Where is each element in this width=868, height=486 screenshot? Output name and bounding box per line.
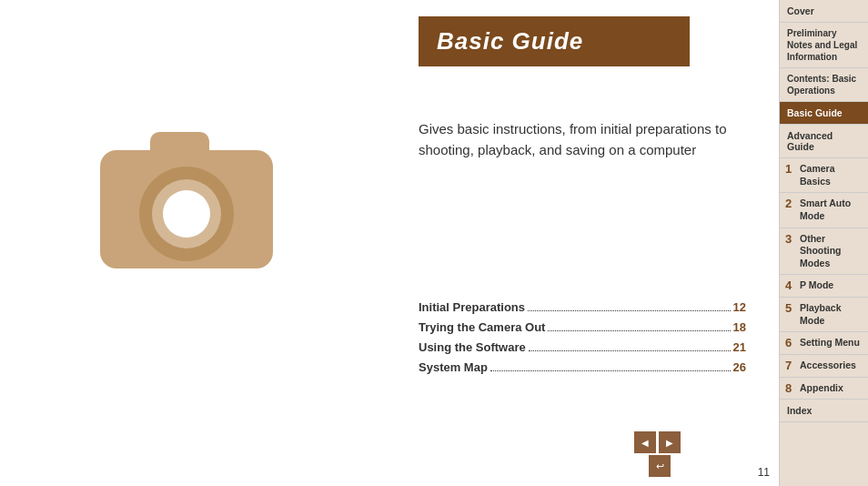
sidebar-item-cover[interactable]: Cover bbox=[780, 0, 868, 23]
sidebar-item-index[interactable]: Index bbox=[780, 400, 868, 422]
sidebar-item-p-mode[interactable]: 4 P Mode bbox=[780, 275, 868, 298]
sidebar-item-smart-auto[interactable]: 2 Smart Auto Mode bbox=[780, 193, 868, 228]
sidebar-item-contents[interactable]: Contents: Basic Operations bbox=[780, 68, 868, 102]
toc-item-4[interactable]: System Map 26 bbox=[419, 360, 746, 374]
svg-point-4 bbox=[163, 190, 210, 238]
home-button[interactable]: ↩ bbox=[649, 455, 671, 477]
svg-rect-1 bbox=[150, 132, 209, 161]
sidebar-item-other-shooting[interactable]: 3 Other Shooting Modes bbox=[780, 228, 868, 276]
toc-item-2[interactable]: Trying the Camera Out 18 bbox=[419, 320, 746, 334]
page-number: 11 bbox=[758, 466, 770, 479]
camera-icon bbox=[91, 109, 282, 281]
description-text: Gives basic instructions, from initial p… bbox=[419, 118, 746, 161]
sidebar-item-playback[interactable]: 5 Playback Mode bbox=[780, 298, 868, 332]
next-button[interactable]: ▶ bbox=[659, 431, 681, 453]
toc-item-1[interactable]: Initial Preparations 12 bbox=[419, 300, 746, 314]
page-title: Basic Guide bbox=[437, 27, 671, 56]
table-of-contents: Initial Preparations 12 Trying the Camer… bbox=[419, 300, 746, 380]
sidebar: Cover Preliminary Notes and Legal Inform… bbox=[779, 0, 868, 486]
sidebar-item-camera-basics[interactable]: 1 Camera Basics bbox=[780, 158, 868, 193]
sidebar-item-preliminary[interactable]: Preliminary Notes and Legal Information bbox=[780, 23, 868, 68]
toc-item-3[interactable]: Using the Software 21 bbox=[419, 340, 746, 354]
sidebar-item-appendix[interactable]: 8 Appendix bbox=[780, 378, 868, 400]
sidebar-item-advanced-guide: Advanced Guide bbox=[780, 125, 868, 158]
sidebar-item-setting-menu[interactable]: 6 Setting Menu bbox=[780, 332, 868, 355]
prev-button[interactable]: ◀ bbox=[634, 431, 656, 453]
sidebar-item-accessories[interactable]: 7 Accessories bbox=[780, 355, 868, 378]
sidebar-item-basic-guide[interactable]: Basic Guide bbox=[780, 102, 868, 125]
